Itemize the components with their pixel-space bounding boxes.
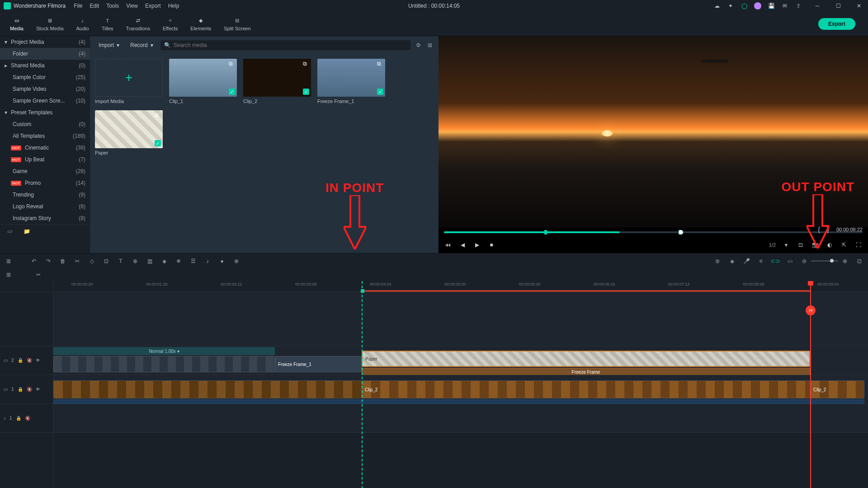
select-tool-icon[interactable]: ✂ bbox=[34, 271, 42, 279]
tab-titles[interactable]: TTitles bbox=[95, 15, 120, 33]
video-track-2[interactable]: Normal 1.00x ▾ Freeze Frame_1 Paper Free… bbox=[53, 346, 868, 375]
media-freeze-frame[interactable]: ⧉✓ Freeze Frame_1 bbox=[317, 59, 385, 104]
lock-icon[interactable]: 🔒 bbox=[16, 416, 21, 421]
maximize-button[interactable]: ☐ bbox=[833, 2, 844, 9]
hide-icon[interactable]: 👁 bbox=[36, 387, 41, 392]
sidebar-preset-templates[interactable]: ▾Preset Templates bbox=[0, 107, 90, 118]
sidebar-sample-color[interactable]: Sample Color(25) bbox=[0, 71, 90, 83]
marker-add-icon[interactable]: ◈ bbox=[728, 257, 736, 265]
menu-export[interactable]: Export bbox=[145, 3, 161, 9]
video-track-1[interactable]: Clip_2 Clip_2 bbox=[53, 375, 868, 404]
tab-elements[interactable]: ◆Elements bbox=[184, 15, 217, 33]
clip-video-v1a[interactable] bbox=[53, 380, 362, 399]
empty-track-area[interactable] bbox=[53, 292, 868, 346]
audio-mix-icon[interactable]: ≡ bbox=[757, 257, 765, 265]
import-media-tile[interactable]: + Import Media bbox=[95, 59, 163, 104]
snapshot-icon[interactable]: 📷 bbox=[811, 241, 819, 249]
grid-view-icon[interactable]: ⊞ bbox=[426, 41, 434, 49]
mixer-icon[interactable]: ⊚ bbox=[713, 257, 722, 265]
delete-button[interactable]: 🗑 bbox=[59, 257, 67, 265]
folder-icon[interactable]: 📁 bbox=[23, 227, 31, 235]
sidebar-sample-green[interactable]: Sample Green Scre...(10) bbox=[0, 95, 90, 107]
user-avatar-icon[interactable] bbox=[754, 2, 761, 9]
search-box[interactable]: 🔍 bbox=[160, 40, 410, 50]
detach-audio-button[interactable]: ♪ bbox=[203, 257, 212, 265]
timeline-ruler[interactable]: 00:00:00:20 00:00:01:16 00:00:02:12 00:0… bbox=[53, 281, 868, 292]
audio-track-1[interactable] bbox=[53, 404, 868, 433]
headset-icon[interactable]: ◯ bbox=[741, 2, 748, 9]
record-vo-button[interactable]: ● bbox=[218, 257, 226, 265]
track-manage-icon[interactable]: ⊞ bbox=[5, 271, 13, 279]
cut-at-playhead-button[interactable]: ✂ bbox=[806, 305, 816, 315]
sidebar-game[interactable]: Game(28) bbox=[0, 165, 90, 177]
sparkle-icon[interactable]: ✦ bbox=[727, 2, 734, 9]
sidebar-project-media[interactable]: ▾Project Media(4) bbox=[0, 36, 90, 48]
text-button[interactable]: T bbox=[117, 257, 125, 265]
tab-stock-media[interactable]: ⊞Stock Media bbox=[30, 15, 70, 33]
crop-button[interactable]: ⊡ bbox=[102, 257, 110, 265]
message-icon[interactable]: ✉ bbox=[781, 2, 788, 9]
play-button[interactable]: ▶ bbox=[473, 241, 481, 249]
save-icon[interactable]: 💾 bbox=[768, 2, 775, 9]
scrub-in-marker[interactable] bbox=[544, 230, 547, 235]
sidebar-all-templates[interactable]: All Templates(189) bbox=[0, 130, 90, 142]
filter-icon[interactable]: ⚙ bbox=[414, 41, 422, 49]
tab-media[interactable]: ▭Media bbox=[4, 15, 30, 33]
tab-transitions[interactable]: ⇄Transitions bbox=[120, 15, 156, 33]
mic-icon[interactable]: ⇪ bbox=[795, 2, 802, 9]
cut-button[interactable]: ✂ bbox=[73, 257, 81, 265]
mark-out-button[interactable]: } bbox=[827, 226, 829, 233]
sidebar-cinematic[interactable]: HOTCinematic(39) bbox=[0, 142, 90, 154]
timeline-playhead[interactable]: ✂ bbox=[810, 281, 811, 488]
fullscreen-icon[interactable]: ⛶ bbox=[854, 241, 863, 249]
sidebar-instagram[interactable]: Instagram Story(8) bbox=[0, 212, 90, 224]
zoom-slider[interactable] bbox=[811, 260, 838, 262]
sidebar-custom[interactable]: Custom(0) bbox=[0, 118, 90, 130]
cloud-icon[interactable]: ☁ bbox=[713, 2, 721, 9]
layout-icon[interactable]: ⊞ bbox=[5, 257, 13, 265]
export-button[interactable]: Export bbox=[818, 18, 855, 30]
preview-viewport[interactable] bbox=[439, 36, 868, 228]
clip-audio-v1[interactable] bbox=[53, 399, 864, 404]
sidebar-promo[interactable]: HOTPromo(14) bbox=[0, 177, 90, 189]
mute-icon[interactable]: 🔇 bbox=[27, 387, 32, 392]
freeze-button[interactable]: ❄ bbox=[175, 257, 183, 265]
menu-file[interactable]: File bbox=[74, 3, 82, 9]
menu-tools[interactable]: Tools bbox=[106, 3, 119, 9]
mute-icon[interactable]: 🔇 bbox=[27, 358, 32, 363]
menu-edit[interactable]: Edit bbox=[90, 3, 99, 9]
chevron-down-icon[interactable]: ▾ bbox=[782, 241, 790, 249]
clip-clip2b[interactable]: Clip_2 bbox=[810, 380, 864, 399]
scrub-playhead[interactable] bbox=[679, 230, 683, 235]
zoom-out-button[interactable]: ⊖ bbox=[800, 257, 808, 265]
display-icon[interactable]: ⊡ bbox=[797, 241, 805, 249]
search-input[interactable] bbox=[174, 42, 407, 48]
export-frame-icon[interactable]: ⇱ bbox=[840, 241, 848, 249]
mute-icon[interactable]: 🔇 bbox=[25, 416, 30, 421]
zoom-fit-button[interactable]: ⊡ bbox=[855, 257, 863, 265]
preview-scrubber[interactable] bbox=[439, 228, 868, 237]
tab-audio[interactable]: ♪Audio bbox=[70, 15, 95, 33]
lock-icon[interactable]: 🔒 bbox=[18, 387, 23, 392]
clip-freeze-frame-1[interactable]: Freeze Frame_1 bbox=[275, 356, 362, 372]
clip-paper[interactable]: Paper bbox=[362, 351, 810, 367]
sidebar-shared-media[interactable]: ▸Shared Media(0) bbox=[0, 60, 90, 71]
play-backward-button[interactable]: ◀ bbox=[458, 241, 467, 249]
new-folder-icon[interactable]: ▭ bbox=[5, 227, 14, 235]
sidebar-upbeat[interactable]: HOTUp Beat(7) bbox=[0, 154, 90, 165]
stop-button[interactable]: ■ bbox=[487, 241, 495, 249]
lock-icon[interactable]: 🔒 bbox=[18, 358, 23, 363]
more-button[interactable]: ⊕ bbox=[232, 257, 241, 265]
clip-video-v2a[interactable] bbox=[53, 356, 275, 372]
render-icon[interactable]: ▭ bbox=[786, 257, 794, 265]
voice-icon[interactable]: 🎤 bbox=[742, 257, 750, 265]
minimize-button[interactable]: ─ bbox=[812, 2, 823, 9]
redo-button[interactable]: ↷ bbox=[44, 257, 52, 265]
sidebar-trending[interactable]: Trending(9) bbox=[0, 189, 90, 201]
sidebar-folder[interactable]: Folder(4) bbox=[0, 48, 90, 60]
color-button[interactable]: ▥ bbox=[146, 257, 154, 265]
menu-view[interactable]: View bbox=[126, 3, 138, 9]
tab-effects[interactable]: ✧Effects bbox=[156, 15, 184, 33]
clip-normal-label[interactable]: Normal 1.00x ▾ bbox=[53, 347, 275, 355]
clip-clip2[interactable]: Clip_2 bbox=[362, 380, 810, 399]
